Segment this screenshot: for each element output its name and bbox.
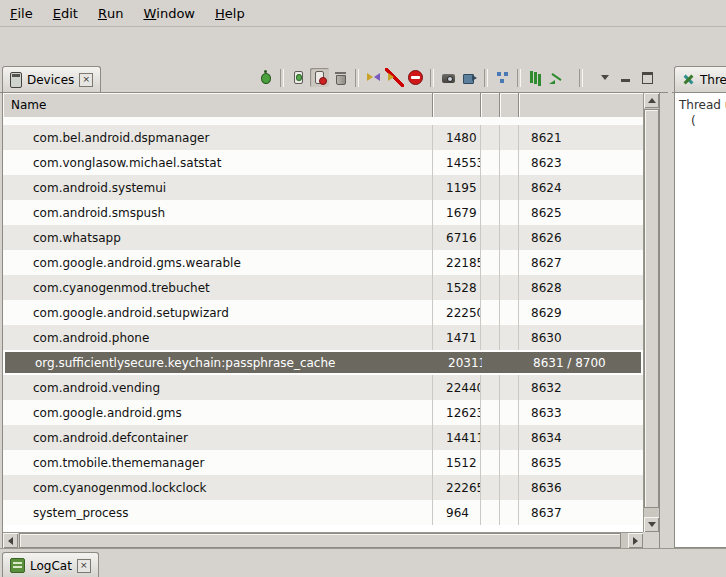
- process-name: com.whatsapp: [3, 225, 433, 250]
- table-row[interactable]: com.whatsapp67168626: [3, 225, 643, 250]
- table-row[interactable]: com.android.vending224408632: [3, 375, 643, 400]
- view-menu-icon[interactable]: [596, 68, 615, 87]
- empty-cell: [481, 300, 500, 325]
- column-header-port[interactable]: [519, 93, 643, 117]
- column-header-blank1[interactable]: [481, 93, 500, 117]
- video-capture-icon[interactable]: [460, 68, 479, 87]
- process-name: org.sufficientlysecure.keychain:passphra…: [5, 352, 435, 373]
- empty-cell: [481, 450, 500, 475]
- process-pid: 1528: [433, 275, 481, 300]
- table-row[interactable]: com.bel.android.dspmanager14808621: [3, 125, 643, 150]
- table-row[interactable]: com.android.smspush16798625: [3, 200, 643, 225]
- process-pid: 22250: [433, 300, 481, 325]
- empty-cell: [481, 375, 500, 400]
- devices-toolbar: [255, 68, 658, 87]
- scrollbar-corner: [643, 532, 659, 548]
- threads-icon: [682, 73, 695, 86]
- empty-cell: [481, 125, 500, 150]
- empty-cell: [481, 475, 500, 500]
- update-heap-icon[interactable]: [289, 68, 308, 87]
- table-row[interactable]: com.tmobile.thememanager15128635: [3, 450, 643, 475]
- process-pid: 1512: [433, 450, 481, 475]
- arrow-down-icon: [648, 522, 656, 527]
- table-row[interactable]: system_process9648637: [3, 500, 643, 525]
- table-row[interactable]: com.android.defcontainer144118634: [3, 425, 643, 450]
- stop-process-icon[interactable]: [406, 68, 425, 87]
- cause-gc-icon[interactable]: [331, 68, 350, 87]
- process-port: 8630: [519, 325, 643, 350]
- empty-cell: [500, 475, 519, 500]
- process-port: 8637: [519, 500, 643, 525]
- main-toolbar: [0, 27, 726, 64]
- table-row[interactable]: com.google.android.gms.wearable221858627: [3, 250, 643, 275]
- maximize-icon[interactable]: [638, 68, 657, 87]
- ui-hierarchy-icon[interactable]: [493, 68, 512, 87]
- table-row[interactable]: com.cyanogenmod.lockclock222658636: [3, 475, 643, 500]
- stop-thread-updates-icon[interactable]: [385, 68, 404, 87]
- process-port: 8633: [519, 400, 643, 425]
- bottom-bar: LogCat ×: [0, 548, 726, 577]
- scroll-up-button[interactable]: [644, 93, 659, 108]
- scroll-right-button[interactable]: [628, 533, 643, 548]
- ddms-window: FileEditRunWindowHelp Devices × Name com…: [0, 0, 726, 577]
- device-icon: [10, 72, 22, 88]
- empty-cell: [500, 375, 519, 400]
- scroll-left-button[interactable]: [3, 533, 18, 548]
- debug-process-icon[interactable]: [256, 68, 275, 87]
- table-row[interactable]: com.vonglasow.michael.satstat145538623: [3, 150, 643, 175]
- empty-cell: [502, 352, 521, 373]
- menu-item-file[interactable]: File: [0, 0, 43, 26]
- menu-item-window[interactable]: Window: [133, 0, 205, 26]
- menu-item-run[interactable]: Run: [88, 0, 134, 26]
- empty-cell: [481, 400, 500, 425]
- vertical-scroll-thumb[interactable]: [644, 109, 659, 508]
- tab-logcat-label: LogCat: [30, 559, 72, 573]
- column-header-name[interactable]: Name: [3, 93, 433, 117]
- empty-cell: [481, 275, 500, 300]
- empty-cell: [481, 200, 500, 225]
- scroll-down-button[interactable]: [644, 517, 659, 532]
- column-header-pid[interactable]: [433, 93, 481, 117]
- process-port: 8623: [519, 150, 643, 175]
- process-port: 8624: [519, 175, 643, 200]
- empty-cell: [500, 275, 519, 300]
- screen-capture-icon[interactable]: [439, 68, 458, 87]
- tab-threads-label: Threads: [700, 73, 726, 87]
- tab-devices-label: Devices: [27, 73, 74, 87]
- process-port: 8631 / 8700: [521, 352, 641, 373]
- table-row[interactable]: org.sufficientlysecure.keychain:passphra…: [3, 350, 643, 375]
- update-threads-icon[interactable]: [364, 68, 383, 87]
- threads-message-line1: Thread up: [679, 98, 726, 112]
- process-pid: 964: [433, 500, 481, 525]
- tab-threads[interactable]: Threads: [674, 66, 726, 92]
- table-row[interactable]: com.android.systemui11958624: [3, 175, 643, 200]
- process-port: 8626: [519, 225, 643, 250]
- toolbar-separator: [430, 69, 434, 87]
- empty-cell: [481, 175, 500, 200]
- table-row[interactable]: com.google.android.setupwizard222508629: [3, 300, 643, 325]
- table-row[interactable]: com.google.android.gms126238633: [3, 400, 643, 425]
- process-pid: 22440: [433, 375, 481, 400]
- tab-logcat[interactable]: LogCat ×: [2, 552, 99, 577]
- menu-item-edit[interactable]: Edit: [43, 0, 88, 26]
- process-name: com.android.systemui: [3, 175, 433, 200]
- table-row[interactable]: com.android.phone14718630: [3, 325, 643, 350]
- process-pid: 1679: [433, 200, 481, 225]
- table-row[interactable]: com.cyanogenmod.trebuchet15288628: [3, 275, 643, 300]
- close-icon[interactable]: ×: [77, 559, 91, 573]
- minimize-icon[interactable]: [617, 68, 636, 87]
- method-profiling-icon[interactable]: [547, 68, 566, 87]
- horizontal-scrollbar[interactable]: [3, 532, 643, 548]
- column-header-blank2[interactable]: [500, 93, 519, 117]
- empty-cell: [481, 150, 500, 175]
- process-port: 8636: [519, 475, 643, 500]
- table-header: Name: [3, 93, 643, 118]
- horizontal-scroll-thumb[interactable]: [19, 533, 621, 548]
- menu-item-help[interactable]: Help: [205, 0, 255, 26]
- dump-hprof-icon[interactable]: [310, 68, 329, 87]
- tab-devices[interactable]: Devices ×: [2, 66, 101, 92]
- capture-layers-icon[interactable]: [526, 68, 545, 87]
- close-icon[interactable]: ×: [79, 73, 93, 87]
- empty-cell: [500, 225, 519, 250]
- vertical-scrollbar[interactable]: [643, 93, 659, 532]
